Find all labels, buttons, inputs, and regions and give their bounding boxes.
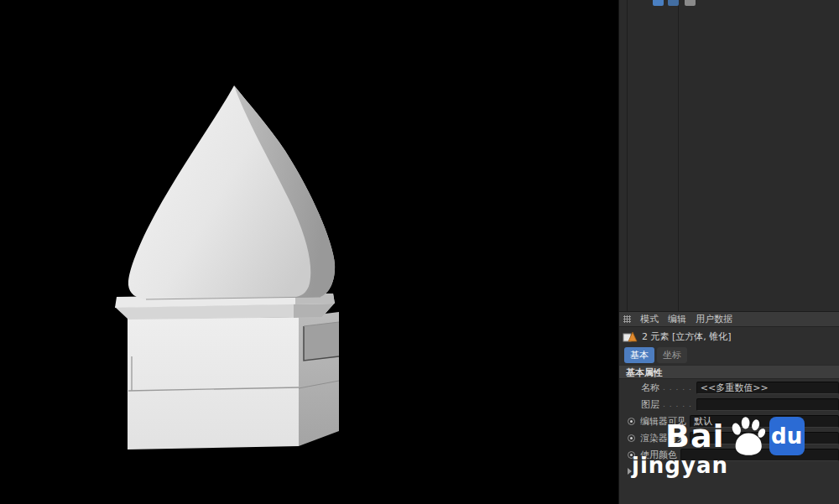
attributes-panel: 模式 编辑 用户数据 2 元素 [立方体, 锥化] 基本 坐标 基本属性 名称 … [618, 0, 839, 504]
attribute-menu-bar: 模式 编辑 用户数据 [619, 312, 839, 327]
tab-basic[interactable]: 基本 [624, 347, 654, 363]
editor-visibility-dropdown[interactable]: 默认 [690, 415, 839, 428]
application-window: 模式 编辑 用户数据 2 元素 [立方体, 锥化] 基本 坐标 基本属性 名称 … [0, 0, 839, 504]
panel-divider-line [627, 0, 628, 311]
toolbar-icon-cropped[interactable] [685, 0, 696, 6]
menu-item-edit[interactable]: 编辑 [668, 312, 686, 327]
use-color-radio-icon[interactable] [628, 451, 635, 459]
menu-item-userdata[interactable]: 用户数据 [696, 312, 732, 327]
field-row-disclosure [619, 463, 839, 480]
render-visibility-label: 渲染器可见 [640, 432, 686, 444]
field-row-name: 名称 . . . . . [619, 379, 839, 396]
toolbar-icon-cropped[interactable] [668, 0, 679, 6]
layer-field-label: 图层 [641, 398, 659, 411]
leader-dots: . . . . . [663, 383, 692, 392]
selected-object-row: 2 元素 [立方体, 锥化] [619, 327, 839, 346]
menu-item-mode[interactable]: 模式 [640, 312, 659, 327]
field-row-layer: 图层 . . . . . [619, 396, 839, 413]
multi-object-icon [623, 330, 638, 343]
editor-visibility-label: 编辑器可见 [640, 415, 686, 428]
name-field-label: 名称 [641, 382, 659, 394]
tab-coordinates[interactable]: 坐标 [657, 347, 687, 363]
3d-model-onion-dome [0, 0, 618, 504]
use-color-dropdown[interactable] [680, 449, 839, 461]
panel-empty-area [619, 0, 839, 312]
chevron-right-icon[interactable] [628, 468, 632, 475]
field-row-editor-visibility: 编辑器可见 默认 [619, 413, 839, 429]
drag-handle-grid-icon[interactable] [623, 315, 631, 323]
name-input[interactable] [696, 382, 839, 394]
3d-viewport[interactable] [0, 0, 618, 504]
editor-visibility-radio-icon[interactable] [628, 418, 635, 425]
object-info-text: 2 元素 [立方体, 锥化] [642, 330, 732, 343]
use-color-label: 使用颜色 [640, 449, 677, 461]
field-row-use-color: 使用颜色 [619, 446, 839, 463]
leader-dots: . . . . . [663, 400, 692, 408]
toolbar-icon-cropped[interactable] [653, 0, 664, 6]
attribute-tabs: 基本 坐标 [619, 346, 839, 365]
panel-divider-line [678, 0, 679, 311]
render-visibility-dropdown[interactable] [690, 432, 839, 444]
render-visibility-radio-icon[interactable] [628, 434, 635, 442]
field-row-render-visibility: 渲染器可见 [619, 429, 839, 446]
cube-front-face [128, 317, 299, 449]
section-basic-properties: 基本属性 [619, 365, 839, 379]
layer-input[interactable] [696, 398, 839, 411]
